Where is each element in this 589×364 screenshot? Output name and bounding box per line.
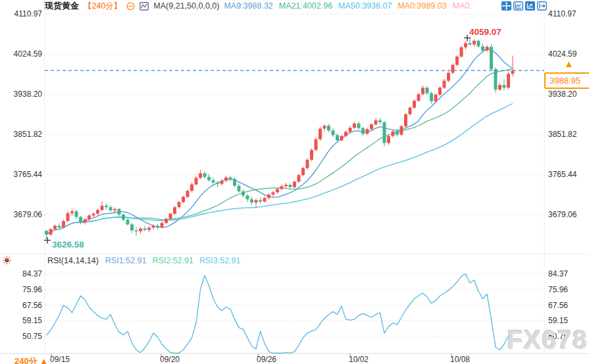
price-axis-label-right: 4024.59 — [548, 49, 588, 59]
date-axis-label: 09/15 — [50, 355, 70, 364]
price-axis-label-left: 4110.97 — [0, 9, 42, 18]
chart-canvas[interactable] — [0, 0, 589, 364]
rsi-values-group: RSI1:52.91RSI2:52.91RSI3:52.91 — [105, 256, 247, 265]
high-price-annotation: 4059.07 — [469, 27, 501, 37]
rsi-axis-label-left: 75.96 — [0, 285, 42, 294]
rsi-value-label: RSI3:52.91 — [199, 256, 241, 265]
ma-values-group: MA9:3988.32MA21:4002.96MA50:3936.07MA0:3… — [224, 1, 478, 11]
rsi-axis-label-right: 84.37 — [548, 269, 588, 278]
price-axis-label-right: 3765.44 — [548, 170, 588, 179]
indicator-settings-sun-icon[interactable] — [3, 256, 11, 265]
price-axis-label-left: 3938.20 — [0, 90, 42, 99]
scale-axis-icon[interactable] — [513, 1, 523, 11]
ma-value-label: MA0: — [453, 1, 472, 11]
price-axis-label-right: 3679.06 — [548, 210, 588, 219]
ma-value-label: MA0:3989.03 — [397, 1, 446, 11]
date-axis-label: 10/08 — [450, 355, 470, 364]
price-up-arrow-icon: ▲ — [564, 59, 574, 68]
timeframe-label: 【240分】 — [84, 1, 122, 12]
date-axis-label: 10/02 — [349, 355, 369, 364]
trend-axis-icon[interactable] — [525, 1, 535, 11]
ma-value-label: MA50:3936.07 — [338, 1, 392, 11]
price-axis-label-left: 3765.44 — [0, 170, 42, 179]
ma-value-label: MA21:4002.96 — [279, 1, 332, 11]
price-axis-label-right: 4110.97 — [548, 9, 588, 18]
indicator-chart-icon[interactable] — [140, 2, 149, 11]
rsi-params-label: RSI(14,14,14) — [47, 256, 99, 265]
symbol-name: 现货黄金 — [45, 0, 79, 12]
rsi-axis-label-right: 67.56 — [548, 301, 588, 310]
rsi-axis-label-right: 50.75 — [548, 332, 588, 341]
price-axis-label-right: 3938.20 — [548, 90, 588, 99]
exit-chart-icon[interactable] — [537, 1, 547, 11]
rsi-axis-label-right: 75.96 — [548, 285, 588, 294]
ma-params-label: MA(9,21,50,0,0,0) — [153, 1, 219, 11]
rsi-axis-label-left: 84.37 — [0, 269, 42, 278]
price-axis-label-left: 3679.06 — [0, 210, 42, 219]
current-price-tag: 3988.95 — [544, 72, 589, 89]
move-icon[interactable] — [501, 1, 511, 11]
rsi-axis-label-left: 59.15 — [0, 316, 42, 325]
rsi-header: RSI(14,14,14) RSI1:52.91RSI2:52.91RSI3:5… — [47, 255, 246, 265]
chart-header: 现货黄金 【240分】 MA(9,21,50,0,0,0) MA9:3988.3… — [45, 1, 478, 11]
ma-value-label: MA9:3988.32 — [224, 1, 272, 11]
date-axis-label: 09/20 — [160, 355, 180, 364]
rsi-axis-label-right: 59.15 — [548, 316, 588, 325]
rsi-value-label: RSI1:52.91 — [105, 256, 147, 265]
timeframe-badge[interactable]: 240分 ▲ — [14, 355, 48, 364]
trading-chart-window: 现货黄金 【240分】 MA(9,21,50,0,0,0) MA9:3988.3… — [0, 0, 589, 364]
price-axis-label-left: 4024.59 — [0, 49, 42, 59]
chart-toolbar — [501, 1, 547, 11]
collapse-indicator-icon[interactable] — [126, 2, 135, 11]
rsi-axis-label-left: 67.56 — [0, 301, 42, 310]
price-axis-label-left: 3851.82 — [0, 130, 42, 139]
date-axis-label: 09/26 — [257, 355, 276, 364]
low-price-annotation: 3626.58 — [52, 240, 84, 249]
rsi-axis-label-left: 50.75 — [0, 332, 42, 341]
rsi-value-label: RSI2:52.91 — [152, 256, 193, 265]
price-axis-label-right: 3851.82 — [548, 130, 588, 139]
